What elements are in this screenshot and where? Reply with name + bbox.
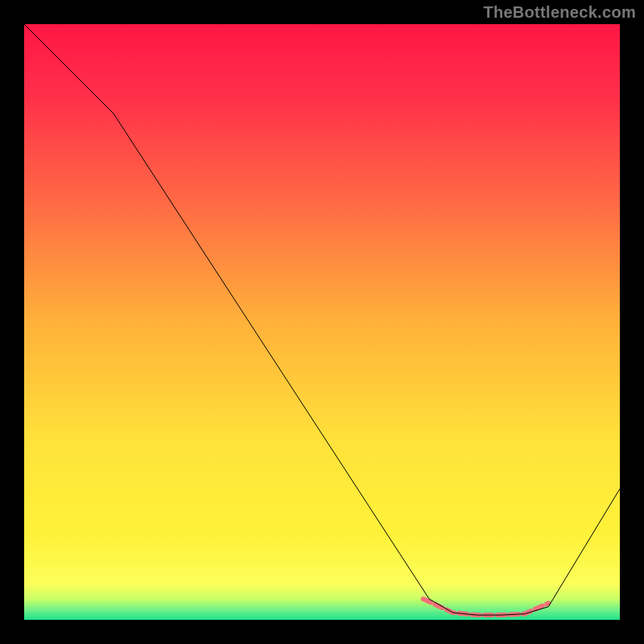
- chart-container: TheBottleneck.com: [0, 0, 644, 644]
- curve-overlay: [24, 24, 620, 620]
- main-curve: [24, 24, 620, 615]
- plot-area: [24, 24, 620, 620]
- watermark-text: TheBottleneck.com: [483, 3, 636, 22]
